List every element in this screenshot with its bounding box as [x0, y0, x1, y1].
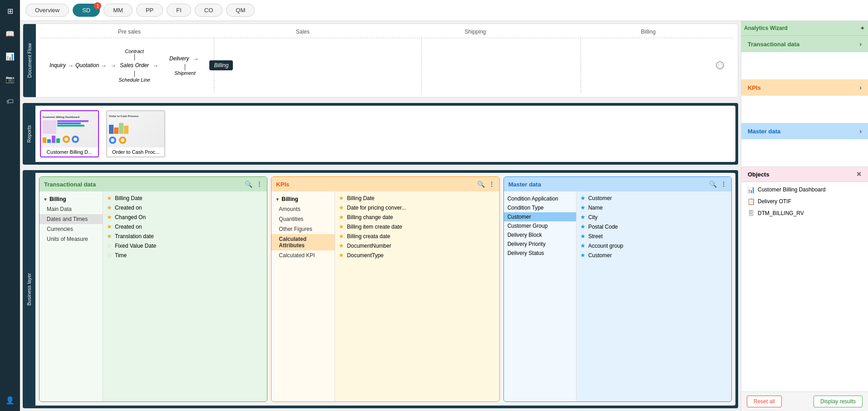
display-button[interactable]: Display results [814, 396, 863, 407]
field-city-m[interactable]: ★ City [577, 212, 731, 222]
object-item-billing[interactable]: 🗄 DTM_BILLING_RV [744, 208, 865, 218]
star-icon: ★ [339, 242, 344, 249]
report-card-2[interactable]: Order to Cash Process [106, 110, 165, 157]
right-kpis-header[interactable]: KPIs › [741, 79, 868, 96]
report-label-1: Customer Billing D... [41, 147, 98, 157]
tab-mm[interactable]: MM [104, 4, 133, 17]
reports-label-text: Reports [26, 125, 32, 143]
sparkle-icon[interactable]: ✦ [860, 24, 865, 32]
master-item-delivstatus[interactable]: Delivery Status [504, 249, 576, 258]
kpis-billing-header[interactable]: ▼ Billing [271, 194, 335, 204]
master-item-delivblock[interactable]: Delivery Block [504, 230, 576, 240]
nav-book-icon[interactable]: 📖 [3, 26, 17, 41]
field-customer-m[interactable]: ★ Customer [577, 193, 731, 203]
field-translation-date-t[interactable]: ★ Translation date [103, 231, 267, 241]
tab-overview[interactable]: Overview [25, 4, 69, 17]
close-objects-icon[interactable]: ✕ [856, 171, 862, 178]
field-docnumber-k[interactable]: ★ DocumentNumber [335, 241, 499, 250]
tab-pp[interactable]: PP [136, 4, 163, 17]
star-icon: ★ [580, 214, 586, 220]
field-label: Changed On [115, 214, 146, 220]
field-label: Customer [588, 252, 612, 259]
field-doctype-k[interactable]: ★ DocumentType [335, 250, 499, 260]
nav-chart-icon[interactable]: 📊 [3, 49, 17, 64]
doc-flow-inner: Pre sales Sales Shipping Billing Inqu [36, 24, 738, 97]
star-icon: ★ [580, 223, 586, 230]
field-date-pricing-k[interactable]: ★ Date for pricing conver... [335, 203, 499, 212]
field-time-t[interactable]: ☆ Time [103, 250, 267, 260]
star-icon: ★ [580, 252, 586, 259]
right-master-header[interactable]: Master data › [741, 123, 868, 139]
more-icon-kpis[interactable]: ⋮ [488, 181, 495, 188]
field-street-m[interactable]: ★ Street [577, 231, 731, 241]
calculated-attrs-item[interactable]: Calculated Attributes [271, 234, 335, 250]
report-card-1[interactable]: Customer Billing Dashboard [40, 110, 99, 157]
master-list: Condition Application Condition Type Cus… [504, 194, 576, 258]
right-transactional-section: Transactional data › [741, 36, 868, 79]
node-delivery: Delivery [169, 55, 189, 62]
star-icon: ☆ [107, 252, 112, 259]
end-marker: ◯ [716, 61, 724, 69]
right-master-content [741, 139, 868, 166]
tab-sd[interactable]: SD 1 [73, 4, 100, 17]
field-billing-change-k[interactable]: ★ Billing change date [335, 212, 499, 222]
kpis-panel: KPIs 🔍 ⋮ ▼ Billing [271, 176, 499, 402]
collapse-kpis-icon[interactable]: › [859, 84, 862, 91]
billing-section-header[interactable]: ▼ Billing [39, 194, 103, 204]
currencies-item[interactable]: Currencies [39, 224, 103, 234]
field-created-on-t[interactable]: ★ Created on [103, 203, 267, 212]
search-icon-transactional[interactable]: 🔍 [245, 181, 252, 188]
collapse-master-icon[interactable]: › [859, 127, 862, 135]
field-fixed-value-t[interactable]: ☆ Fixed Value Date [103, 241, 267, 250]
units-measure-item[interactable]: Units of Measure [39, 234, 103, 244]
field-name-m[interactable]: ★ Name [577, 203, 731, 212]
master-item-custgroup[interactable]: Customer Group [504, 221, 576, 230]
field-billing-creata-k[interactable]: ★ Billing creata date [335, 231, 499, 241]
calculated-kpi-item[interactable]: Calculated KPI [271, 250, 335, 260]
field-label: Created on [115, 224, 142, 230]
field-billing-item-create-k[interactable]: ★ Billing item create date [335, 222, 499, 231]
master-item-condapp[interactable]: Condition Application [504, 194, 576, 203]
right-master-title: Master data [748, 128, 780, 135]
tab-co[interactable]: CO [195, 4, 223, 17]
nav-home-icon[interactable]: ⊞ [3, 4, 17, 18]
nav-camera-icon[interactable]: 📷 [3, 72, 17, 86]
search-icon-master[interactable]: 🔍 [709, 181, 717, 188]
field-label: Customer [588, 195, 612, 201]
quantities-item[interactable]: Quantities [271, 214, 335, 224]
amounts-item[interactable]: Amounts [271, 204, 335, 214]
objects-panel: Objects ✕ 📊 Customer Billing Dashboard 📋… [741, 166, 868, 391]
transactional-icons: 🔍 ⋮ [245, 181, 262, 188]
object-item-dashboard[interactable]: 📊 Customer Billing Dashboard [744, 185, 865, 195]
search-icon-kpis[interactable]: 🔍 [477, 181, 485, 188]
tab-qm[interactable]: QM [226, 4, 255, 17]
kpis-body: ▼ Billing Amounts Quantities Other Figur… [271, 191, 499, 401]
field-label: Created on [115, 205, 142, 211]
object-item-otif[interactable]: 📋 Delivery OTIF [744, 196, 865, 206]
transactional-title: Transactional data [44, 181, 96, 188]
field-customer2-m[interactable]: ★ Customer [577, 250, 731, 260]
collapse-transactional-icon[interactable]: › [859, 40, 862, 48]
reset-button[interactable]: Reset all [747, 396, 782, 407]
master-item-condtype[interactable]: Condition Type [504, 203, 576, 212]
main-content: Overview SD 1 MM PP FI CO QM Document Fl… [20, 0, 868, 411]
business-inner: Transactional data 🔍 ⋮ ▼ Billing [35, 173, 735, 406]
right-transactional-header[interactable]: Transactional data › [741, 36, 868, 52]
master-item-delivpriority[interactable]: Delivery Priority [504, 240, 576, 249]
field-billing-date-k[interactable]: ★ Billing Date [335, 193, 499, 203]
nav-tag-icon[interactable]: 🏷 [3, 94, 17, 109]
more-icon-master[interactable]: ⋮ [720, 181, 727, 188]
right-kpis-content [741, 96, 868, 123]
main-data-item[interactable]: Main Data [39, 204, 103, 214]
field-postalcode-m[interactable]: ★ Postal Code [577, 222, 731, 231]
field-accountgroup-m[interactable]: ★ Account group [577, 241, 731, 250]
field-billing-date-t[interactable]: ★ Billing Date [103, 193, 267, 203]
dates-times-item[interactable]: Dates and Times [39, 214, 103, 224]
more-icon-transactional[interactable]: ⋮ [256, 181, 262, 188]
master-item-customer[interactable]: Customer [504, 212, 576, 221]
nav-user-icon[interactable]: 👤 [3, 393, 17, 407]
other-figures-item[interactable]: Other Figures [271, 224, 335, 234]
field-created-on2-t[interactable]: ★ Created on [103, 222, 267, 231]
tab-fi[interactable]: FI [167, 4, 191, 17]
field-changed-on-t[interactable]: ★ Changed On [103, 212, 267, 222]
